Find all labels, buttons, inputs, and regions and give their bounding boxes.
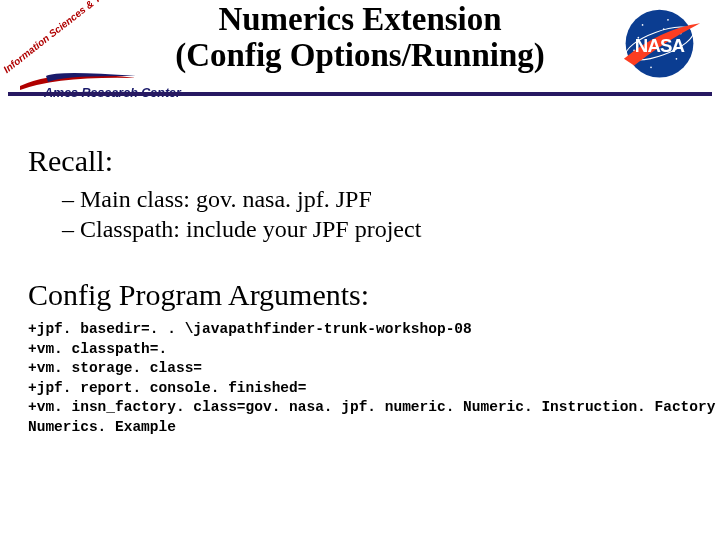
- nasa-logo-icon: NASA: [617, 8, 702, 80]
- nasa-wordmark: NASA: [635, 35, 685, 56]
- recall-item: –Main class: gov. nasa. jpf. JPF: [62, 184, 692, 214]
- title-line-2: (Config Options/Running): [120, 38, 600, 74]
- config-line: +vm. classpath=.: [28, 341, 167, 357]
- config-arguments-block: +jpf. basedir=. . \javapathfinder-trunk-…: [28, 320, 692, 437]
- slide-title: Numerics Extension (Config Options/Runni…: [120, 2, 600, 73]
- config-line: +jpf. basedir=. . \javapathfinder-trunk-…: [28, 321, 472, 337]
- recall-item-text: Main class: gov. nasa. jpf. JPF: [80, 186, 372, 212]
- svg-point-1: [642, 24, 644, 26]
- slide: Information Sciences & Technology Ames R…: [0, 0, 720, 540]
- recall-item: –Classpath: include your JPF project: [62, 214, 692, 244]
- svg-point-6: [650, 66, 652, 68]
- header-divider: [8, 92, 712, 96]
- config-heading: Config Program Arguments:: [28, 278, 692, 312]
- config-line: +jpf. report. console. finished=: [28, 380, 306, 396]
- recall-item-text: Classpath: include your JPF project: [80, 216, 421, 242]
- svg-point-2: [667, 19, 669, 21]
- svg-point-5: [676, 58, 678, 60]
- slide-body: Recall: –Main class: gov. nasa. jpf. JPF…: [0, 108, 720, 437]
- recall-heading: Recall:: [28, 144, 692, 178]
- header: Information Sciences & Technology Ames R…: [0, 0, 720, 108]
- ames-research-center-logo: Information Sciences & Technology Ames R…: [4, 6, 134, 100]
- title-line-1: Numerics Extension: [120, 2, 600, 38]
- config-line: +vm. insn_factory. class=gov. nasa. jpf.…: [28, 399, 715, 415]
- config-line: +vm. storage. class=: [28, 360, 202, 376]
- config-line: Numerics. Example: [28, 419, 176, 435]
